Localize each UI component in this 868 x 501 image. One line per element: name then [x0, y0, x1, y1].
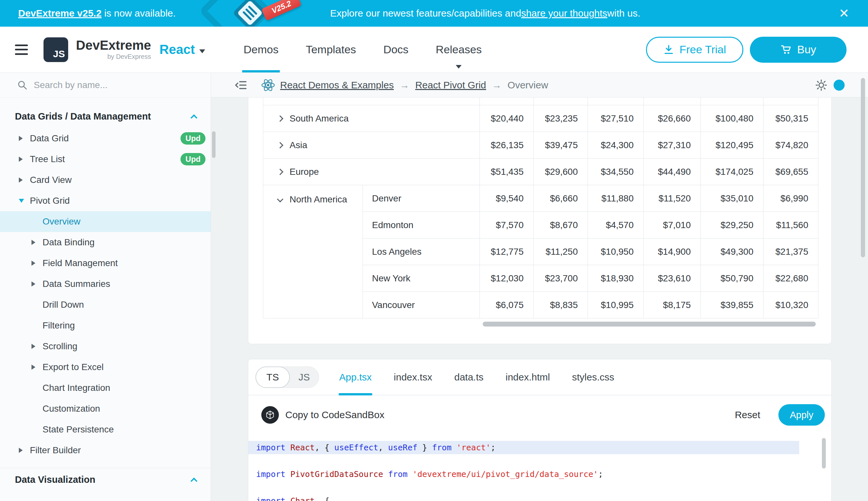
- language-option-ts[interactable]: TS: [255, 366, 290, 388]
- tab-data-ts[interactable]: data.ts: [454, 359, 483, 395]
- hamburger-menu-icon[interactable]: [15, 44, 28, 55]
- sidebar-item-filter-builder[interactable]: Filter Builder: [0, 440, 211, 461]
- pivot-value-cell: $26,660: [644, 105, 701, 132]
- pivot-row-south-america[interactable]: South America: [263, 105, 480, 132]
- pivot-city-new-york[interactable]: New York: [363, 265, 480, 292]
- pivot-cell-partial: [763, 97, 818, 105]
- sidebar-item-drill-down[interactable]: Drill Down: [0, 294, 211, 315]
- buy-button[interactable]: Buy: [750, 37, 847, 63]
- chevron-right-icon: [32, 281, 43, 287]
- breadcrumb-link-react-pivot-grid[interactable]: React Pivot Grid: [415, 79, 486, 90]
- triangle: [32, 260, 35, 266]
- sidebar-item-scrolling[interactable]: Scrolling: [0, 336, 211, 357]
- item-label: Data Binding: [43, 237, 95, 248]
- share-thoughts-link[interactable]: share your thoughts: [521, 8, 607, 19]
- triangle: [19, 157, 23, 162]
- sidebar-item-card-view[interactable]: Card View: [0, 170, 211, 190]
- chevron-down-icon: [19, 199, 30, 203]
- chevron-right-icon: [19, 178, 30, 183]
- chevron-up-icon: [190, 478, 197, 484]
- version-link[interactable]: DevExtreme v25.2: [18, 8, 102, 19]
- banner-close-button[interactable]: ✕: [839, 0, 849, 26]
- free-trial-button[interactable]: Free Trial: [646, 37, 743, 63]
- screen: DevExtreme v25.2 is now available. V25.2…: [0, 0, 868, 501]
- code-vertical-scrollbar[interactable]: [822, 438, 826, 469]
- sidebar-item-data-grid[interactable]: Data GridUpd: [0, 128, 211, 149]
- pivot-row-north-america[interactable]: North America: [263, 185, 363, 318]
- code-token: 'devextreme/ui/pivot_grid/data_source': [413, 469, 598, 479]
- pivot-value-cell: $12,030: [480, 265, 534, 292]
- region-label: Asia: [289, 140, 307, 150]
- pivot-city-denver[interactable]: Denver: [363, 185, 480, 212]
- theme-toggle[interactable]: [834, 79, 845, 90]
- sidebar-section-data-grids-data-management[interactable]: Data Grids / Data Management: [0, 105, 211, 128]
- reset-button[interactable]: Reset: [735, 409, 760, 420]
- sidebar-item-state-persistence[interactable]: State Persistence: [0, 419, 211, 440]
- chevron-right-icon: [19, 136, 30, 141]
- sidebar-item-data-summaries[interactable]: Data Summaries: [0, 274, 211, 294]
- nav-item-releases[interactable]: Releases: [436, 26, 482, 73]
- sidebar-search: [0, 73, 211, 97]
- codesandbox-icon[interactable]: [261, 406, 279, 424]
- collapse-sidebar-icon[interactable]: [234, 78, 248, 92]
- framework-selector-label[interactable]: React: [160, 42, 195, 57]
- page-scrollbar[interactable]: [861, 78, 865, 257]
- sidebar-section-data-visualization[interactable]: Data Visualization: [0, 468, 211, 491]
- pivot-cell-partial: [534, 97, 588, 105]
- brand[interactable]: DevExtreme by DevExpress: [76, 39, 151, 61]
- pivot-value-cell: $39,475: [534, 132, 588, 159]
- tab-index-tsx[interactable]: index.tsx: [394, 359, 432, 395]
- tab-app-tsx[interactable]: App.tsx: [339, 359, 372, 395]
- pivot-horizontal-scrollbar[interactable]: [483, 322, 816, 327]
- sidebar-item-chart-integration[interactable]: Chart Integration: [0, 377, 211, 398]
- language-option-js[interactable]: JS: [289, 372, 319, 383]
- pivot-city-vancouver[interactable]: Vancouver: [363, 292, 480, 318]
- sidebar-item-pivot-grid[interactable]: Pivot Grid: [0, 190, 211, 211]
- item-label: Field Management: [43, 258, 118, 268]
- sidebar-scrollbar[interactable]: [212, 131, 216, 158]
- pivot-cell-partial: [480, 97, 534, 105]
- sidebar-item-tree-list[interactable]: Tree ListUpd: [0, 149, 211, 170]
- pivot-city-los-angeles[interactable]: Los Angeles: [363, 238, 480, 265]
- nav-item-demos[interactable]: Demos: [243, 26, 278, 73]
- devextreme-js-logo[interactable]: JS: [44, 38, 68, 62]
- sidebar-item-filtering[interactable]: Filtering: [0, 315, 211, 336]
- code-token: [408, 469, 413, 479]
- pivot-row-asia[interactable]: Asia: [263, 132, 480, 159]
- code-token: [285, 469, 290, 479]
- pivot-value-cell: $20,440: [480, 105, 534, 132]
- apply-button[interactable]: Apply: [778, 404, 825, 426]
- expand-chevron-icon[interactable]: [277, 142, 283, 149]
- nav-item-docs[interactable]: Docs: [383, 26, 408, 73]
- expand-chevron-icon[interactable]: [277, 169, 283, 175]
- tab-styles-css[interactable]: styles.css: [572, 359, 614, 395]
- code-token: ;: [598, 469, 603, 479]
- pivot-value-cell: $23,700: [534, 265, 588, 292]
- chevron-right-icon: [32, 344, 43, 349]
- sidebar-item-field-management[interactable]: Field Management: [0, 253, 211, 274]
- copy-to-codesandbox-link[interactable]: Copy to CodeSandBox: [285, 409, 384, 420]
- collapse-chevron-icon[interactable]: [277, 196, 283, 202]
- breadcrumb-link-react-demos-examples[interactable]: React Demos & Examples: [280, 79, 394, 90]
- triangle: [19, 199, 24, 203]
- tab-index-html[interactable]: index.html: [506, 359, 550, 395]
- triangle: [32, 281, 35, 287]
- pivot-row-europe[interactable]: Europe: [263, 159, 480, 185]
- triangle: [19, 136, 23, 141]
- framework-caret-icon[interactable]: [199, 50, 205, 53]
- expand-chevron-icon[interactable]: [277, 115, 283, 122]
- sidebar-item-export-to-excel[interactable]: Export to Excel: [0, 357, 211, 377]
- search-input[interactable]: [34, 80, 170, 90]
- pivot-city-edmonton[interactable]: Edmonton: [363, 212, 480, 238]
- sidebar-item-customization[interactable]: Customization: [0, 398, 211, 419]
- react-icon: [261, 78, 276, 93]
- nav-item-templates[interactable]: Templates: [306, 26, 356, 73]
- code-editor[interactable]: import React, { useEffect, useRef } from…: [248, 434, 831, 501]
- sidebar-item-overview[interactable]: Overview: [0, 211, 211, 232]
- sidebar-item-data-binding[interactable]: Data Binding: [0, 232, 211, 253]
- item-label: Data Grid: [30, 133, 69, 143]
- item-label: Drill Down: [43, 300, 84, 310]
- light-theme-sun-icon[interactable]: [815, 79, 828, 92]
- code-line: import PivotGridDataSource from 'devextr…: [248, 468, 831, 481]
- update-badge: Upd: [180, 132, 206, 145]
